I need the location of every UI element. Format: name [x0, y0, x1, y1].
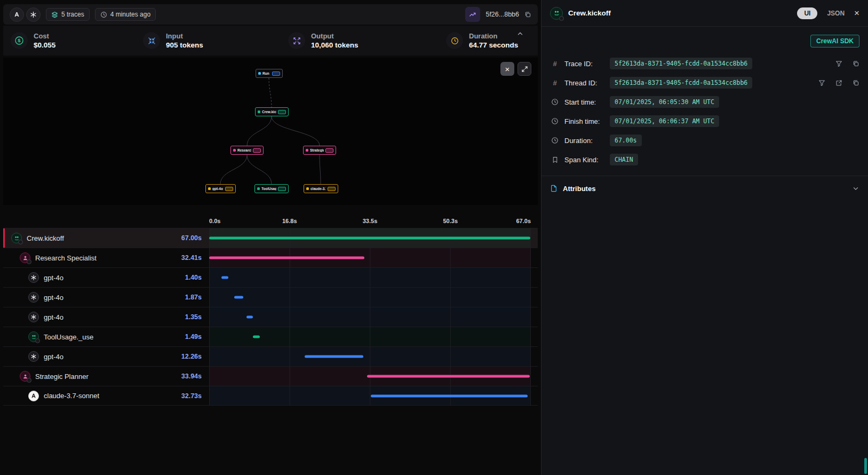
span-bar[interactable] [209, 257, 364, 259]
node-duration-chip [225, 187, 233, 191]
stat-value: 10,060 tokens [311, 41, 359, 49]
node-icon [258, 110, 260, 113]
span-bar[interactable] [221, 276, 228, 279]
graph-node-run[interactable]: Run [256, 69, 283, 78]
span-name: ToolUsage._use [44, 333, 93, 341]
copy-icon[interactable] [853, 60, 859, 67]
graph-node-strategic-planner[interactable]: Strategic Planner [303, 146, 336, 155]
waterfall-row-crew-kickoff[interactable]: Crew.kickoff 67.00s [3, 228, 538, 248]
span-duration-label: 1.40s [185, 274, 209, 281]
copy-icon[interactable] [853, 80, 859, 86]
trace-short-id: 5f26...8bb6 [485, 11, 519, 18]
waterfall-row-research-specialist[interactable]: Research Specialist 32.41s [3, 248, 538, 267]
start-time-value: 07/01/2025, 06:05:30 AM UTC [610, 96, 719, 108]
graph-node-crew-kickoff[interactable]: Crew.kickoff [255, 107, 289, 116]
attributes-section: Attributes [541, 176, 868, 201]
hash-icon: # [550, 79, 560, 87]
time-ago-badge: 4 minutes ago [95, 8, 156, 21]
anthropic-logo-icon [10, 7, 24, 22]
node-label: Crew.kickoff [262, 110, 276, 114]
node-icon [257, 187, 260, 190]
trace-main-panel: 5 traces 4 minutes ago 5f26...8bb6 $ [0, 0, 541, 475]
time-ago-label: 4 minutes ago [110, 11, 150, 18]
waterfall-row-gpt-4o[interactable]: gpt-4o 12.26s [3, 346, 538, 366]
openai-logo-icon [26, 7, 41, 22]
span-bar[interactable] [367, 375, 530, 378]
span-name: Research Specialist [35, 254, 97, 262]
copy-trace-id-icon[interactable] [524, 11, 531, 18]
graph-expand-button[interactable] [517, 62, 531, 76]
span-detail-panel: Crew.kickoff UI JSON × CrewAI SDK # Trac… [541, 0, 868, 475]
span-bar[interactable] [371, 394, 528, 397]
span-kind-value: CHAIN [610, 154, 638, 165]
span-bar[interactable] [246, 316, 253, 319]
node-label: ToolUsage._use [261, 187, 276, 191]
axis-tick: 0.0s [209, 218, 220, 224]
waterfall-row-claude-sonnet[interactable]: claude-3.7-sonnet 32.73s [3, 386, 538, 406]
trace-metrics-button[interactable] [465, 7, 480, 22]
span-bar[interactable] [209, 237, 530, 240]
field-label: Thread ID: [564, 79, 605, 87]
graph-node-research-specialist[interactable]: Research Specialist [230, 146, 264, 155]
span-bar[interactable] [234, 296, 243, 299]
waterfall-row-gpt-4o[interactable]: gpt-4o 1.40s [3, 267, 538, 287]
span-duration-label: 12.26s [181, 353, 209, 360]
node-duration-chip [278, 187, 286, 191]
span-name: gpt-4o [44, 274, 63, 282]
thread-id-value[interactable]: 5f2613da-8371-9405-fcdd-0a1534cc8bb6 [610, 77, 752, 89]
agent-icon [20, 252, 30, 263]
stat-output: Output10,060 tokens [288, 32, 446, 49]
waterfall-row-gpt-4o[interactable]: gpt-4o 1.87s [3, 287, 538, 307]
graph-close-button[interactable]: × [500, 62, 514, 76]
traces-count-badge[interactable]: 5 traces [46, 8, 90, 21]
attributes-toggle[interactable]: Attributes [550, 176, 859, 201]
trace-id-value[interactable]: 5f2613da-8371-9405-fcdd-0a1534cc8bb6 [610, 58, 752, 69]
hash-icon: # [550, 60, 560, 68]
crewai-sdk-badge[interactable]: CrewAI SDK [810, 35, 859, 48]
detail-header: Crew.kickoff UI JSON × [541, 0, 868, 27]
chevron-down-icon [852, 185, 859, 192]
timeline-axis: 0.0s 16.8s 33.5s 50.3s 67.0s [3, 212, 538, 228]
stat-value: 64.77 seconds [469, 41, 518, 49]
clock-icon [550, 137, 560, 144]
stat-value: 905 tokens [166, 41, 203, 49]
span-duration-label: 1.35s [185, 313, 209, 321]
output-tokens-icon [288, 32, 305, 49]
instrumentation-badge [35, 338, 40, 343]
waterfall-row-strategic-planner[interactable]: Strategic Planner 33.94s [3, 366, 538, 386]
span-name: Crew.kickoff [27, 234, 64, 242]
node-icon [208, 187, 211, 190]
stat-label: Duration [469, 32, 518, 40]
graph-node-claude-sonnet[interactable]: claude-3.7-sonnet [304, 184, 338, 193]
stat-label: Input [166, 32, 203, 40]
span-bar[interactable] [305, 355, 363, 358]
node-label: Research Specialist [237, 148, 251, 152]
axis-tick: 16.8s [282, 218, 297, 224]
span-bar[interactable] [253, 336, 260, 338]
waterfall-row-gpt-4o[interactable]: gpt-4o 1.35s [3, 307, 538, 327]
tab-ui[interactable]: UI [797, 7, 817, 19]
agent-icon [20, 371, 30, 382]
span-duration-label: 33.94s [181, 373, 209, 380]
tab-json[interactable]: JSON [827, 10, 845, 17]
filter-icon[interactable] [818, 80, 825, 86]
external-link-icon[interactable] [835, 80, 842, 86]
node-duration-chip [272, 72, 280, 76]
node-label: Run [262, 72, 269, 75]
filter-icon[interactable] [835, 60, 842, 67]
node-duration-chip [278, 110, 286, 114]
detail-title: Crew.kickoff [568, 9, 611, 17]
collapse-stats-chevron-up-icon[interactable] [516, 30, 524, 37]
waterfall-row-toolusage[interactable]: ToolUsage._use 1.49s [3, 327, 538, 346]
trace-graph-view: Run Crew.kickoff Research Specialist Str… [3, 58, 538, 205]
expand-icon [521, 66, 528, 73]
scrollbar-thumb[interactable] [864, 458, 867, 474]
input-tokens-icon [143, 32, 160, 49]
trace-stats-strip: $ Cost$0.055 Input905 tokens Output10,06… [3, 26, 538, 56]
field-span-kind: Span Kind: CHAIN [550, 150, 859, 169]
close-panel-icon[interactable]: × [854, 9, 859, 18]
graph-node-toolusage[interactable]: ToolUsage._use [254, 184, 289, 193]
span-name: gpt-4o [44, 353, 63, 361]
trace-toolbar: 5 traces 4 minutes ago 5f26...8bb6 [3, 4, 538, 25]
graph-node-gpt-4o[interactable]: gpt-4o [205, 184, 236, 193]
